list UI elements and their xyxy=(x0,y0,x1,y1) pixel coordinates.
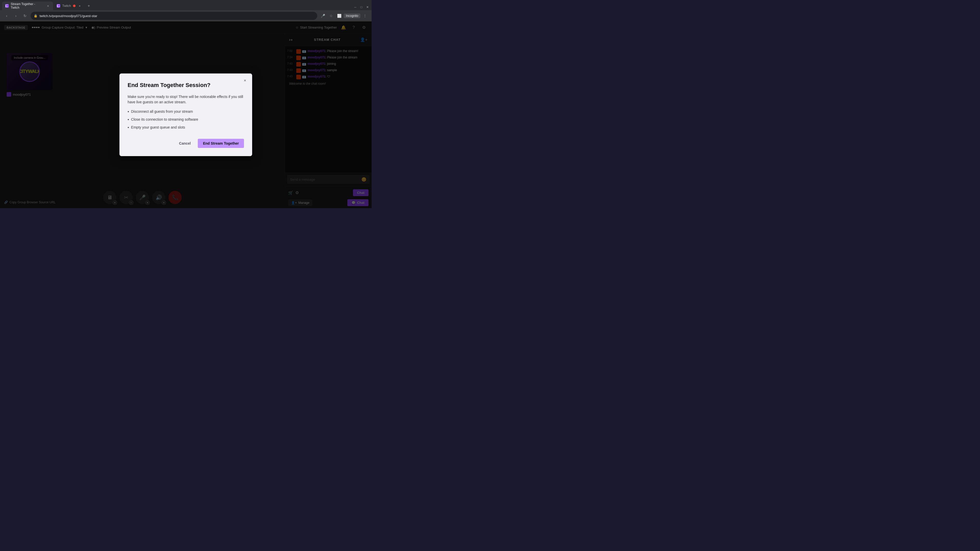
modal-description: Make sure you're ready to stop! There wi… xyxy=(127,94,244,105)
tab-icon-twitch2 xyxy=(57,4,60,8)
cancel-button[interactable]: Cancel xyxy=(175,139,195,148)
main-content: BACKSTAGE Group Capture Output: Tiled ▾ … xyxy=(0,21,372,208)
bullet-text-3: Empty your guest queue and slots xyxy=(131,125,185,130)
modal-actions: Cancel End Stream Together xyxy=(127,139,244,148)
menu-button[interactable]: ⋮ xyxy=(361,12,369,19)
bookmark-button[interactable]: ☆ xyxy=(328,12,334,19)
tab1-close[interactable]: ✕ xyxy=(46,4,50,8)
microphone-button[interactable]: 🎤 xyxy=(319,12,326,19)
browser-frame: Stream Together - Twitch ✕ Twitch ✕ + ─ … xyxy=(0,0,372,208)
end-session-modal: × End Stream Together Session? Make sure… xyxy=(119,73,252,156)
bullet-text-2: Close its connection to streaming softwa… xyxy=(131,117,198,122)
bullet-item-1: Disconnect all guests from your stream xyxy=(127,109,244,115)
modal-title: End Stream Together Session? xyxy=(127,82,244,89)
modal-bullet-list: Disconnect all guests from your stream C… xyxy=(127,109,244,130)
extension-button[interactable]: ⬜ xyxy=(336,12,343,19)
tab-twitch[interactable]: Twitch ✕ xyxy=(54,2,85,10)
incognito-indicator: Incognito xyxy=(344,14,360,18)
url-display: twitch.tv/popout/moodjoy071/guest-star xyxy=(40,14,97,18)
maximize-button[interactable]: □ xyxy=(360,5,363,9)
modal-overlay[interactable]: × End Stream Together Session? Make sure… xyxy=(0,21,372,208)
tab1-title: Stream Together - Twitch xyxy=(11,2,44,10)
close-window-button[interactable]: ✕ xyxy=(366,5,369,9)
browser-controls: ‹ › ↻ 🔒 twitch.tv/popout/moodjoy071/gues… xyxy=(0,10,372,21)
modal-close-button[interactable]: × xyxy=(242,78,248,84)
tab2-close[interactable]: ✕ xyxy=(78,4,82,8)
end-stream-together-button[interactable]: End Stream Together xyxy=(198,139,244,148)
minimize-button[interactable]: ─ xyxy=(353,5,357,9)
lock-icon: 🔒 xyxy=(34,14,38,17)
forward-button[interactable]: › xyxy=(12,12,19,19)
address-bar[interactable]: 🔒 twitch.tv/popout/moodjoy071/guest-star xyxy=(30,12,317,20)
tab-bar: Stream Together - Twitch ✕ Twitch ✕ + ─ … xyxy=(0,0,372,10)
bullet-item-2: Close its connection to streaming softwa… xyxy=(127,117,244,123)
tab-stream-together[interactable]: Stream Together - Twitch ✕ xyxy=(2,2,53,10)
close-x-icon: × xyxy=(244,78,246,83)
bullet-item-3: Empty your guest queue and slots xyxy=(127,125,244,130)
refresh-button[interactable]: ↻ xyxy=(21,12,29,19)
browser-actions: 🎤 ☆ ⬜ Incognito ⋮ xyxy=(319,12,369,19)
recording-dot xyxy=(73,5,76,7)
new-tab-button[interactable]: + xyxy=(85,2,92,10)
tab2-title: Twitch xyxy=(62,4,71,8)
tab-icon-twitch xyxy=(5,4,9,8)
back-button[interactable]: ‹ xyxy=(3,12,10,19)
bullet-text-1: Disconnect all guests from your stream xyxy=(131,109,193,114)
